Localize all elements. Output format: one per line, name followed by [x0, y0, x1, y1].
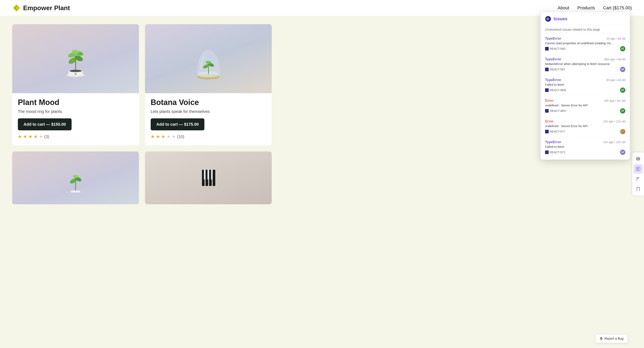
issue-list: TypeError 2h ago • 4d old Cannot read pr…: [540, 34, 630, 159]
code-icon: [545, 88, 549, 92]
star-5: ★: [39, 134, 43, 139]
issue-footer-row: REACT-4RH AT: [545, 108, 625, 113]
logo-text: Empower Plant: [23, 4, 70, 12]
issue-type: TypeError: [545, 140, 561, 144]
issue-type: TypeError: [545, 57, 561, 61]
add-to-cart-botana-voice[interactable]: Add to cart — $175.00: [151, 118, 204, 130]
product-info-botana-voice: Botana Voice Lets plants speak for thems…: [145, 93, 272, 139]
nav: About Products Cart ($175.00): [558, 5, 632, 11]
issue-footer-row: REACT-56T AF: [545, 67, 625, 72]
issue-time: 21h ago • 22h old: [603, 140, 625, 144]
issue-item-6[interactable]: TypeError 4d ago • 11d old t is undefine…: [540, 158, 630, 159]
bookmark-icon: [636, 187, 640, 192]
sentry-icon: ⚙: [545, 16, 551, 22]
issue-code: REACT-56G: [545, 47, 566, 51]
product-card-plant-mood: Plant Mood The mood ring for plants. Add…: [12, 24, 139, 145]
product-info-plant-mood: Plant Mood The mood ring for plants. Add…: [12, 93, 139, 139]
issue-item-0[interactable]: TypeError 2h ago • 4d old Cannot read pr…: [540, 34, 630, 54]
avatar-at: AT: [620, 46, 625, 51]
code-icon: [545, 47, 549, 51]
issue-message: Failed to fetch: [545, 83, 625, 86]
issue-item-1[interactable]: TypeError 39m ago • 4d old NetworkError …: [540, 54, 630, 75]
product-image-botana-voice: [145, 24, 272, 93]
panel-title: Issues: [554, 16, 568, 22]
product-name-botana-voice: Botana Voice: [151, 98, 266, 107]
bottom-left-image: [12, 151, 139, 204]
nav-products[interactable]: Products: [577, 5, 595, 11]
issue-time: 39m ago • 4d old: [604, 58, 625, 61]
flag-button[interactable]: [634, 175, 643, 184]
svg-rect-37: [637, 168, 639, 168]
issue-message: NetworkError when attempting to fetch re…: [545, 62, 625, 66]
product-desc-plant-mood: The mood ring for plants.: [18, 109, 133, 114]
review-count-plant-mood: (3): [44, 134, 49, 139]
issue-message: Failed to fetch: [545, 145, 625, 148]
bookmark-button[interactable]: [634, 185, 643, 194]
issue-type: TypeError: [545, 78, 561, 82]
avatar-at: AT: [620, 88, 625, 93]
issue-footer-row: REACT-56G AT: [545, 46, 625, 51]
svg-point-20: [206, 61, 211, 64]
star-1: ★: [18, 134, 22, 139]
report-bug-button[interactable]: Report a Bug: [595, 334, 628, 343]
star-4: ★: [166, 134, 170, 139]
issue-item-4[interactable]: Error 21h ago • 21h old undefined - Serv…: [540, 116, 630, 137]
code-label: REACT-577: [550, 130, 565, 133]
layers-button[interactable]: [634, 154, 643, 163]
issue-time: 20h ago • 4m old: [604, 99, 625, 102]
star-5: ★: [172, 134, 176, 139]
logo: ⚡ Empower Plant: [12, 4, 70, 12]
svg-rect-38: [637, 169, 639, 169]
issue-footer-row: REACT-56W AT: [545, 88, 625, 93]
code-icon: [545, 68, 549, 71]
stars-botana-voice: ★ ★ ★ ★ ★ (10): [151, 134, 266, 139]
product-image-plant-mood: [12, 24, 139, 93]
add-to-cart-plant-mood[interactable]: Add to cart — $155.00: [18, 118, 72, 130]
toolbar: [632, 152, 644, 196]
botana-voice-image: [188, 32, 229, 85]
issues-button[interactable]: [634, 164, 643, 173]
svg-rect-39: [637, 169, 638, 170]
nav-cart[interactable]: Cart ($175.00): [603, 5, 632, 11]
nav-about[interactable]: About: [558, 5, 570, 11]
issue-header-row: TypeError 3h ago • 4d old: [545, 78, 625, 82]
star-3: ★: [28, 134, 32, 139]
issues-panel: ⚙ Issues Unresolved issues related to th…: [540, 12, 630, 159]
issue-header-row: Error 21h ago • 21h old: [545, 119, 625, 123]
svg-rect-26: [71, 191, 80, 193]
bottom-left-plant: [60, 163, 92, 193]
review-count-botana-voice: (10): [177, 134, 184, 139]
product-desc-botana-voice: Lets plants speak for themselves: [151, 109, 266, 114]
issue-header-row: TypeError 21h ago • 22h old: [545, 140, 625, 144]
code-icon: [545, 150, 549, 154]
svg-rect-33: [211, 170, 212, 180]
flag-icon: [636, 177, 640, 181]
panel-header: ⚙ Issues: [540, 12, 630, 25]
issue-header-row: Error 20h ago • 4m old: [545, 99, 625, 103]
issue-type: Error: [545, 99, 554, 103]
code-icon: [545, 109, 549, 113]
svg-text:⚡: ⚡: [15, 6, 19, 10]
issue-item-5[interactable]: TypeError 21h ago • 22h old Failed to fe…: [540, 137, 630, 158]
issue-header-row: TypeError 2h ago • 4d old: [545, 37, 625, 41]
issue-time: 3h ago • 4d old: [606, 78, 625, 82]
bug-icon: [600, 337, 603, 340]
issue-code: REACT-577: [545, 130, 565, 133]
issues-icon: [636, 167, 640, 171]
issue-item-3[interactable]: Error 20h ago • 4m old undefined - Serve…: [540, 96, 630, 116]
issue-header-row: TypeError 39m ago • 4d old: [545, 57, 625, 61]
svg-rect-30: [212, 170, 215, 186]
svg-point-24: [72, 175, 78, 178]
code-icon: [545, 130, 549, 133]
issue-footer-row: REACT-573 AF: [545, 150, 625, 155]
code-label: REACT-573: [550, 151, 565, 154]
issue-time: 2h ago • 4d old: [606, 37, 625, 40]
product-card-bottom-left: [12, 151, 139, 204]
avatar-at: AT: [620, 108, 625, 113]
star-4: ★: [34, 134, 38, 139]
product-card-botana-voice: Botana Voice Lets plants speak for thems…: [145, 24, 272, 145]
issue-item-2[interactable]: TypeError 3h ago • 4d old Failed to fetc…: [540, 75, 630, 96]
code-label: REACT-56T: [550, 68, 565, 71]
bottom-right-image: [145, 151, 272, 204]
svg-text:⚙: ⚙: [546, 17, 549, 21]
